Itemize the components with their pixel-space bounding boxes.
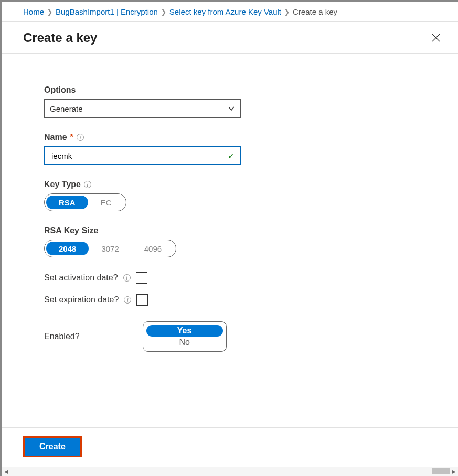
field-key-type: Key Type i RSA EC <box>44 180 416 211</box>
expiration-label: Set expiration date? <box>44 295 119 305</box>
enabled-toggle: Yes No <box>143 321 227 352</box>
breadcrumb: Home ❯ BugBashImport1 | Encryption ❯ Sel… <box>2 2 458 22</box>
activation-checkbox[interactable] <box>136 272 147 284</box>
enabled-label: Enabled? <box>44 332 80 341</box>
activation-label: Set activation date? <box>44 273 118 283</box>
name-input-wrapper: ✓ <box>44 146 241 165</box>
info-icon[interactable]: i <box>123 274 131 282</box>
field-key-size: RSA Key Size 2048 3072 4096 <box>44 226 416 257</box>
breadcrumb-current: Create a key <box>293 7 337 16</box>
field-expiration-date: Set expiration date? i <box>44 294 416 306</box>
name-label-text: Name <box>44 133 67 142</box>
name-input[interactable] <box>50 151 228 161</box>
key-type-rsa[interactable]: RSA <box>46 196 88 209</box>
breadcrumb-link-home[interactable]: Home <box>23 7 44 16</box>
form-content: Options Generate Name * i ✓ Key Type i R… <box>2 54 458 362</box>
chevron-right-icon: ❯ <box>161 8 166 16</box>
key-size-4096[interactable]: 4096 <box>132 242 174 255</box>
create-button[interactable]: Create <box>23 436 82 457</box>
info-icon[interactable]: i <box>84 181 91 188</box>
breadcrumb-link-encryption[interactable]: BugBashImport1 | Encryption <box>56 7 158 16</box>
required-asterisk: * <box>70 133 73 142</box>
key-type-ec[interactable]: EC <box>88 196 124 209</box>
close-button[interactable] <box>431 33 441 43</box>
enabled-yes[interactable]: Yes <box>146 325 223 337</box>
checkmark-icon: ✓ <box>228 151 235 161</box>
expiration-checkbox[interactable] <box>136 294 148 306</box>
info-icon[interactable]: i <box>77 134 84 141</box>
info-icon[interactable]: i <box>124 296 131 304</box>
field-activation-date: Set activation date? i <box>44 272 416 284</box>
field-enabled: Enabled? Yes No <box>44 321 416 352</box>
key-type-label-text: Key Type <box>44 180 81 189</box>
key-type-label: Key Type i <box>44 180 416 189</box>
field-options: Options Generate <box>44 85 416 118</box>
options-select[interactable]: Generate <box>44 99 241 118</box>
options-value: Generate <box>50 104 83 113</box>
scroll-thumb[interactable] <box>432 468 450 474</box>
chevron-down-icon <box>228 105 235 112</box>
scroll-track[interactable] <box>10 467 450 476</box>
horizontal-scrollbar[interactable]: ◀ ▶ <box>2 467 458 476</box>
key-size-3072[interactable]: 3072 <box>89 242 131 255</box>
key-size-toggle: 2048 3072 4096 <box>44 240 176 257</box>
name-label: Name * i <box>44 133 416 142</box>
chevron-right-icon: ❯ <box>47 8 52 16</box>
key-type-toggle: RSA EC <box>44 193 126 211</box>
scroll-right-icon[interactable]: ▶ <box>450 469 458 474</box>
field-name: Name * i ✓ <box>44 133 416 165</box>
page-header: Create a key <box>2 22 458 54</box>
page-title: Create a key <box>23 30 97 45</box>
key-size-label: RSA Key Size <box>44 226 416 235</box>
close-icon <box>432 34 440 42</box>
chevron-right-icon: ❯ <box>284 8 290 16</box>
scroll-left-icon[interactable]: ◀ <box>2 469 10 474</box>
options-label: Options <box>44 85 416 95</box>
breadcrumb-link-select-key[interactable]: Select key from Azure Key Vault <box>169 7 281 16</box>
footer: Create <box>2 427 458 466</box>
enabled-no[interactable]: No <box>146 337 223 348</box>
key-size-2048[interactable]: 2048 <box>46 242 89 255</box>
